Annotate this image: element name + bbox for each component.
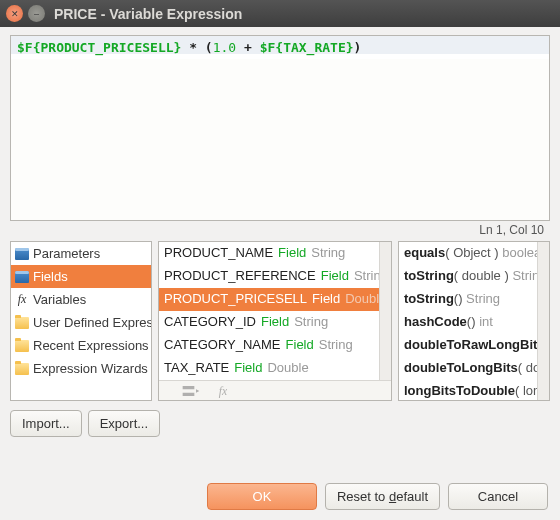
- method-name: doubleToLongBits: [404, 360, 518, 375]
- method-name: toString: [404, 268, 454, 283]
- category-tree[interactable]: ParametersFieldsfxVariablesUser Defined …: [10, 241, 152, 401]
- tree-item[interactable]: Expression Wizards: [11, 357, 151, 380]
- field-kind: Field: [286, 337, 314, 352]
- tree-item[interactable]: fxVariables: [11, 288, 151, 311]
- method-args: (): [454, 291, 466, 306]
- tree-item[interactable]: Fields: [11, 265, 151, 288]
- method-row[interactable]: equals( Object ) boolean: [399, 242, 537, 265]
- svg-text:fx: fx: [219, 385, 228, 398]
- titlebar: ✕ – PRICE - Variable Expression: [0, 0, 560, 27]
- tree-item[interactable]: User Defined Expressions: [11, 311, 151, 334]
- tree-item-label: User Defined Expressions: [33, 315, 151, 330]
- field-kind: Field: [261, 314, 289, 329]
- export-button[interactable]: Export...: [88, 410, 160, 437]
- tree-item-label: Recent Expressions: [33, 338, 149, 353]
- field-kind: Field: [234, 360, 262, 375]
- import-button[interactable]: Import...: [10, 410, 82, 437]
- cursor-status: Ln 1, Col 10: [10, 221, 550, 241]
- field-name: TAX_RATE: [164, 360, 229, 375]
- method-return: boolean: [502, 245, 537, 260]
- field-name: PRODUCT_NAME: [164, 245, 273, 260]
- method-row[interactable]: doubleToRawLongBits( double ) long: [399, 334, 537, 357]
- field-type: Double: [267, 360, 308, 375]
- db-icon: [15, 271, 29, 283]
- field-type: String: [354, 268, 379, 283]
- fold-icon: [15, 363, 29, 375]
- field-kind: Field: [312, 291, 340, 306]
- window-title: PRICE - Variable Expression: [54, 6, 242, 22]
- scrollbar[interactable]: [537, 242, 549, 400]
- method-row[interactable]: hashCode() int: [399, 311, 537, 334]
- tree-item-label: Fields: [33, 269, 68, 284]
- field-name: CATEGORY_NAME: [164, 337, 281, 352]
- fields-list[interactable]: PRODUCT_NAMEFieldStringPRODUCT_REFERENCE…: [158, 241, 392, 401]
- field-name: PRODUCT_PRICESELL: [164, 291, 307, 306]
- close-icon[interactable]: ✕: [6, 5, 23, 22]
- method-name: longBitsToDouble: [404, 383, 515, 398]
- tree-item[interactable]: Parameters: [11, 242, 151, 265]
- method-row[interactable]: doubleToLongBits( double ) long: [399, 357, 537, 380]
- minimize-icon[interactable]: –: [28, 5, 45, 22]
- scrollbar[interactable]: [379, 242, 391, 380]
- dialog-content: $F{PRODUCT_PRICESELL} * (1.0 + $F{TAX_RA…: [0, 27, 560, 447]
- field-type: String: [311, 245, 345, 260]
- field-row[interactable]: CATEGORY_NAMEFieldString: [159, 334, 379, 357]
- fields-toolbar: fx: [159, 380, 391, 400]
- db-icon: [15, 248, 29, 260]
- reset-button[interactable]: Reset to default: [325, 483, 440, 510]
- method-args: (): [467, 314, 479, 329]
- fn-icon: fx: [15, 292, 29, 307]
- fold-icon: [15, 317, 29, 329]
- ok-button[interactable]: OK: [207, 483, 317, 510]
- method-args: ( double ): [518, 360, 537, 375]
- field-name: CATEGORY_ID: [164, 314, 256, 329]
- field-type: Double: [345, 291, 379, 306]
- dialog-footer: OK Reset to default Cancel: [207, 483, 548, 510]
- method-row[interactable]: toString() String: [399, 288, 537, 311]
- method-row[interactable]: longBitsToDouble( long ) double: [399, 380, 537, 400]
- cancel-button[interactable]: Cancel: [448, 483, 548, 510]
- tree-item-label: Variables: [33, 292, 86, 307]
- method-name: hashCode: [404, 314, 467, 329]
- expression-editor[interactable]: $F{PRODUCT_PRICESELL} * (1.0 + $F{TAX_RA…: [10, 35, 550, 221]
- field-kind: Field: [278, 245, 306, 260]
- tree-item-label: Parameters: [33, 246, 100, 261]
- tree-item[interactable]: Recent Expressions: [11, 334, 151, 357]
- method-name: equals: [404, 245, 445, 260]
- fold-icon: [15, 340, 29, 352]
- insert-field-icon[interactable]: [181, 384, 201, 398]
- field-row[interactable]: PRODUCT_NAMEFieldString: [159, 242, 379, 265]
- field-kind: Field: [321, 268, 349, 283]
- method-row[interactable]: toString( double ) String: [399, 265, 537, 288]
- insert-function-icon[interactable]: fx: [217, 384, 237, 398]
- field-type: String: [294, 314, 328, 329]
- method-return: String: [466, 291, 500, 306]
- field-row[interactable]: TAX_RATEFieldDouble: [159, 357, 379, 380]
- method-args: ( long ): [515, 383, 537, 398]
- method-name: doubleToRawLongBits: [404, 337, 537, 352]
- field-type: String: [319, 337, 353, 352]
- field-row[interactable]: CATEGORY_IDFieldString: [159, 311, 379, 334]
- field-row[interactable]: PRODUCT_PRICESELLFieldDouble: [159, 288, 379, 311]
- method-name: toString: [404, 291, 454, 306]
- method-args: ( double ): [454, 268, 513, 283]
- method-return: int: [479, 314, 493, 329]
- method-args: ( Object ): [445, 245, 502, 260]
- method-return: String: [512, 268, 537, 283]
- tree-item-label: Expression Wizards: [33, 361, 148, 376]
- field-row[interactable]: PRODUCT_REFERENCEFieldString: [159, 265, 379, 288]
- methods-list[interactable]: equals( Object ) booleantoString( double…: [398, 241, 550, 401]
- field-name: PRODUCT_REFERENCE: [164, 268, 316, 283]
